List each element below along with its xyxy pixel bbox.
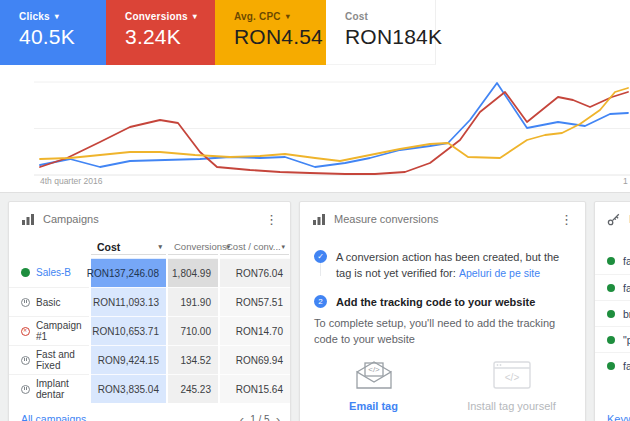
scorecard-cost-label: Cost — [345, 11, 435, 22]
status-paused-icon — [21, 385, 30, 394]
x-axis-label-left: 4th quarter 2016 — [40, 176, 102, 186]
campaign-conversions-cell: 245.23 — [168, 374, 218, 403]
campaign-name-cell[interactable]: Campaign #1 — [9, 316, 89, 345]
tag-options: </> Email tag </> Install tag yourself — [300, 360, 585, 412]
scorecard-cost-value: RON184K — [345, 25, 435, 49]
performance-chart: 4th quarter 2016 1 — [0, 65, 630, 192]
page-prev-icon[interactable]: ‹ — [240, 413, 244, 421]
campaigns-table-body: Sales-B RON137,246.08 1,804.99 RON76.04 … — [9, 258, 290, 403]
install-tag-label: Install tag yourself — [460, 400, 564, 412]
conversion-action-link[interactable]: Apeluri de pe site — [459, 267, 540, 279]
kebab-menu-icon[interactable]: ⋮ — [557, 212, 576, 227]
campaigns-panel: Campaigns ⋮ Cost ▾ Conversions ▾ Cost / … — [8, 201, 291, 421]
status-error-icon — [21, 327, 30, 336]
campaign-row[interactable]: Sales-B RON137,246.08 1,804.99 RON76.04 — [9, 258, 290, 287]
measure-conversions-panel: Measure conversions ⋮ ✓ A conversion act… — [299, 201, 586, 421]
campaign-name-cell[interactable]: Sales-B — [9, 258, 89, 287]
overview-panels: Campaigns ⋮ Cost ▾ Conversions ▾ Cost / … — [0, 192, 630, 421]
scorecard-avg-cpc[interactable]: Avg. CPC ▾ RON4.54 — [215, 0, 326, 65]
campaign-cost-per-conv-cell: RON69.94 — [220, 345, 290, 374]
google-ads-overview: 4th quarter 2016 1 Clicks ▾ 40.5K Conver… — [0, 0, 630, 421]
campaign-conversions-cell: 710.00 — [168, 316, 218, 345]
metric-label: Avg. CPC — [234, 11, 281, 22]
keywords-panel: K fas fas bre "pr fas Keyw — [594, 201, 630, 421]
status-paused-icon — [21, 298, 30, 307]
key-icon — [607, 212, 621, 226]
campaign-cost-per-conv-cell: RON57.51 — [220, 287, 290, 316]
step-1-text: A conversion action has been created, bu… — [332, 249, 571, 281]
campaign-name[interactable]: Basic — [36, 297, 60, 308]
column-header-cost-per-conv[interactable]: Cost / conv... ▾ — [220, 239, 289, 255]
campaign-name[interactable]: Implant dentar — [36, 378, 89, 400]
status-enabled-icon — [607, 284, 615, 292]
keywords-panel-header: K — [595, 202, 630, 236]
campaign-conversions-cell: 134.52 — [168, 345, 218, 374]
keyword-row[interactable]: fas — [595, 248, 630, 274]
column-label: Cost — [97, 241, 120, 253]
metric-label: Cost — [345, 11, 368, 22]
campaign-name[interactable]: Campaign #1 — [36, 320, 89, 342]
email-code-icon: </> — [352, 360, 396, 390]
all-campaigns-link[interactable]: All campaigns — [21, 413, 86, 421]
campaign-cost-cell: RON10,653.71 — [91, 316, 166, 345]
step-1: ✓ A conversion action has been created, … — [300, 249, 585, 281]
chart-series-clicks — [40, 83, 628, 167]
chevron-down-icon: ▾ — [158, 243, 162, 251]
keywords-link[interactable]: Keyw — [607, 413, 630, 421]
x-axis-label-right-clipped: 1 — [623, 176, 630, 186]
campaign-name-cell[interactable]: Basic — [9, 287, 89, 316]
chevron-down-icon: ▾ — [281, 243, 285, 251]
keyword-row[interactable]: "pr — [595, 326, 630, 352]
keyword-row[interactable]: fas — [595, 274, 630, 300]
bar-chart-icon — [312, 212, 326, 226]
column-header-cost[interactable]: Cost ▾ — [91, 239, 166, 255]
status-enabled-icon — [607, 257, 615, 265]
measure-panel-title: Measure conversions — [334, 213, 439, 225]
page-next-icon[interactable]: › — [276, 413, 280, 421]
campaigns-panel-title: Campaigns — [43, 213, 99, 225]
campaign-cost-per-conv-cell: RON15.64 — [220, 374, 290, 403]
campaign-cost-cell: RON137,246.08 — [91, 258, 166, 287]
bar-chart-icon — [21, 212, 35, 226]
step-2: 2 Add the tracking code to your website — [300, 294, 585, 310]
column-header-conversions[interactable]: Conversions ▾ — [168, 239, 218, 255]
campaign-cost-cell: RON9,424.15 — [91, 345, 166, 374]
campaign-cost-per-conv-cell: RON76.04 — [220, 258, 290, 287]
scorecard-conversions[interactable]: Conversions ▾ 3.24K — [106, 0, 215, 65]
scorecard-clicks-label[interactable]: Clicks ▾ — [19, 11, 106, 22]
step-2-number-icon: 2 — [314, 295, 327, 308]
status-enabled-icon — [607, 362, 615, 370]
keyword-text: fas — [623, 360, 630, 372]
campaigns-column-headers: Cost ▾ Conversions ▾ Cost / conv... ▾ — [9, 236, 290, 258]
campaign-row[interactable]: Campaign #1 RON10,653.71 710.00 RON14.70 — [9, 316, 290, 345]
scorecard-avg-cpc-label[interactable]: Avg. CPC ▾ — [234, 11, 326, 22]
campaign-row[interactable]: Implant dentar RON3,835.04 245.23 RON15.… — [9, 374, 290, 403]
check-circle-icon: ✓ — [314, 250, 327, 263]
keyword-row[interactable]: fas — [595, 352, 630, 378]
campaign-name-cell[interactable]: Fast and Fixed — [9, 345, 89, 374]
keyword-row[interactable]: bre — [595, 300, 630, 326]
page-indicator: 1 / 5 — [250, 414, 269, 421]
metric-label: Conversions — [125, 11, 188, 22]
metric-label: Clicks — [19, 11, 50, 22]
campaign-name[interactable]: Sales-B — [36, 267, 71, 278]
kebab-menu-icon[interactable]: ⋮ — [262, 212, 281, 227]
campaign-name-cell[interactable]: Implant dentar — [9, 374, 89, 403]
column-label: Cost / conv... — [226, 241, 281, 252]
campaign-row[interactable]: Fast and Fixed RON9,424.15 134.52 RON69.… — [9, 345, 290, 374]
scorecard-cost[interactable]: Cost RON184K — [326, 0, 436, 65]
column-label: Conversions — [174, 241, 227, 252]
campaigns-panel-header: Campaigns ⋮ — [9, 202, 290, 236]
keyword-text: "pr — [623, 334, 630, 346]
scorecard-conversions-label[interactable]: Conversions ▾ — [125, 11, 215, 22]
scorecard-clicks[interactable]: Clicks ▾ 40.5K — [0, 0, 106, 65]
browser-code-icon: </> — [490, 360, 534, 390]
svg-text:</>: </> — [504, 372, 519, 383]
status-enabled-icon — [607, 336, 615, 344]
step-2-body: To complete setup, you'll need to add th… — [300, 310, 585, 347]
campaign-row[interactable]: Basic RON11,093.13 191.90 RON57.51 — [9, 287, 290, 316]
scorecard-conversions-value: 3.24K — [125, 25, 215, 49]
keyword-text: fas — [623, 282, 630, 294]
email-tag-option[interactable]: </> Email tag — [322, 360, 426, 412]
campaign-name[interactable]: Fast and Fixed — [36, 349, 89, 371]
